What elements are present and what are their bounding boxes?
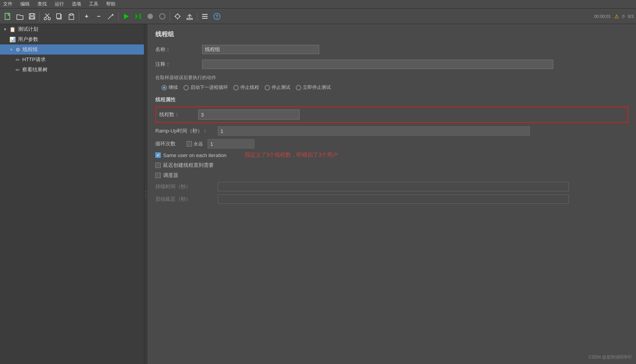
sidebar-item-thread-group[interactable]: ▼ ⚙ 线程组 xyxy=(0,44,144,55)
radio-next-loop-label: 启动下一进程循环 xyxy=(190,84,228,91)
copy-button[interactable] xyxy=(54,11,65,22)
on-error-label: 在取样器错误后要执行的动作 xyxy=(155,74,628,81)
duration-row: 持续时间（秒） xyxy=(155,182,628,191)
radio-next-loop[interactable]: 启动下一进程循环 xyxy=(183,84,228,91)
svg-rect-16 xyxy=(139,14,141,19)
name-row: 名称： xyxy=(155,44,628,55)
comment-label: 注释： xyxy=(155,61,202,68)
cut-button[interactable] xyxy=(42,11,53,22)
svg-point-7 xyxy=(48,18,50,20)
main-layout: ▼ 📋 测试计划 📊 用户参数 ▼ ⚙ 线程组 ✏ HTTP请求 ✏ 察看结果树… xyxy=(0,24,636,364)
menu-run[interactable]: 运行 xyxy=(53,0,66,8)
ramp-up-row: Ramp-Up时间（秒）： xyxy=(155,126,628,136)
panel-title: 线程组 xyxy=(155,30,628,39)
sep3 xyxy=(118,12,119,21)
loop-count-input[interactable] xyxy=(208,139,254,148)
radio-stop-test-dot xyxy=(265,85,270,90)
svg-rect-27 xyxy=(202,16,208,17)
scheduler-row[interactable]: 调度器 xyxy=(155,172,628,179)
test-plan-icon: 📋 xyxy=(9,27,16,32)
svg-point-19 xyxy=(176,14,179,18)
radio-stop-test-label: 停止测试 xyxy=(272,84,290,91)
menu-options[interactable]: 选项 xyxy=(70,0,83,8)
same-user-checkbox[interactable] xyxy=(155,152,161,158)
svg-text:?: ? xyxy=(215,14,218,19)
sep2 xyxy=(79,12,79,21)
delay-create-checkbox[interactable] xyxy=(155,163,161,168)
same-user-row[interactable]: Same user on each iteration 我定义了3个线程数，即模… xyxy=(155,152,628,159)
paste-button[interactable] xyxy=(66,11,77,22)
radio-stop-thread-dot xyxy=(233,85,239,90)
ramp-up-label: Ramp-Up时间（秒）： xyxy=(155,127,218,134)
circle-icon[interactable] xyxy=(145,11,156,22)
svg-rect-0 xyxy=(5,13,10,19)
sidebar-item-view-results[interactable]: ✏ 察看结果树 xyxy=(0,65,144,75)
name-label: 名称： xyxy=(155,46,202,53)
radio-group: 继续 启动下一进程循环 停止线程 停止测试 立即停止测试 xyxy=(155,84,628,91)
svg-rect-3 xyxy=(30,17,34,19)
menu-tools[interactable]: 工具 xyxy=(87,0,100,8)
run-button[interactable] xyxy=(121,11,131,22)
svg-rect-2 xyxy=(30,14,34,16)
loop-forever-checkbox[interactable] xyxy=(187,141,192,147)
test-plan-label: 测试计划 xyxy=(18,26,38,33)
start-button[interactable] xyxy=(133,11,144,22)
ramp-up-input[interactable] xyxy=(218,126,530,136)
open-button[interactable] xyxy=(14,11,25,22)
svg-marker-14 xyxy=(124,14,129,19)
startup-delay-input[interactable] xyxy=(218,194,569,204)
menu-help[interactable]: 帮助 xyxy=(105,0,117,8)
delay-create-row[interactable]: 延迟创建线程直到需要 xyxy=(155,162,628,169)
thread-count-input[interactable] xyxy=(198,110,300,120)
same-user-label: Same user on each iteration xyxy=(163,152,227,158)
thread-group-expand-icon: ▼ xyxy=(9,48,13,52)
warning-count: 0 xyxy=(622,14,625,19)
radio-continue[interactable]: 继续 xyxy=(162,84,178,91)
user-params-icon: 📊 xyxy=(9,37,16,42)
http-request-icon: ✏ xyxy=(16,57,20,63)
loop-forever-label: 永远 xyxy=(194,141,203,147)
circle2-icon[interactable] xyxy=(157,11,168,22)
view-results-icon: ✏ xyxy=(16,67,20,73)
sidebar-item-user-params[interactable]: 📊 用户参数 xyxy=(0,34,144,44)
error-count: 0/3 xyxy=(628,14,634,19)
duration-label: 持续时间（秒） xyxy=(155,183,218,190)
warning-icon: ⚠ xyxy=(614,13,619,19)
http-request-label: HTTP请求 xyxy=(22,56,46,63)
name-input[interactable] xyxy=(202,45,319,54)
sidebar: ▼ 📋 测试计划 📊 用户参数 ▼ ⚙ 线程组 ✏ HTTP请求 ✏ 察看结果树 xyxy=(0,24,144,364)
help-icon[interactable]: ? xyxy=(211,11,222,22)
radio-stop-now[interactable]: 立即停止测试 xyxy=(296,84,331,91)
scheduler-checkbox[interactable] xyxy=(155,173,161,178)
radio-next-loop-dot xyxy=(183,85,189,90)
splitter-handle[interactable]: ⋮ xyxy=(144,24,147,364)
menu-find[interactable]: 查找 xyxy=(36,0,48,8)
svg-marker-13 xyxy=(112,14,114,16)
tools-icon[interactable] xyxy=(172,11,183,22)
list-icon[interactable] xyxy=(199,11,210,22)
annotation-text: 我定义了3个线程数，即模拟了3个用户 xyxy=(245,152,338,159)
loop-count-row: 循环次数 永远 xyxy=(155,139,628,148)
menu-file[interactable]: 文件 xyxy=(2,0,14,8)
svg-point-6 xyxy=(44,18,46,20)
new-button[interactable] xyxy=(2,11,13,22)
startup-delay-row: 启动延迟（秒） xyxy=(155,194,628,204)
export-icon[interactable] xyxy=(184,11,195,22)
menu-edit[interactable]: 编辑 xyxy=(19,0,31,8)
add-button[interactable]: + xyxy=(81,11,92,22)
sep4 xyxy=(170,12,170,21)
timer-display: 00:00:01 xyxy=(594,14,611,19)
remove-button[interactable]: − xyxy=(93,11,104,22)
radio-stop-thread[interactable]: 停止线程 xyxy=(233,84,259,91)
duration-input[interactable] xyxy=(218,182,569,191)
sidebar-item-http-request[interactable]: ✏ HTTP请求 xyxy=(0,55,144,65)
sidebar-item-test-plan[interactable]: ▼ 📋 测试计划 xyxy=(0,24,144,34)
radio-stop-now-dot xyxy=(296,85,301,90)
thread-count-row: 线程数： xyxy=(155,106,628,123)
comment-input[interactable] xyxy=(202,60,553,69)
svg-rect-28 xyxy=(202,18,208,19)
menu-bar: 文件 编辑 查找 运行 选项 工具 帮助 xyxy=(0,0,636,9)
radio-stop-test[interactable]: 停止测试 xyxy=(265,84,290,91)
draw-button[interactable] xyxy=(105,11,116,22)
save-button[interactable] xyxy=(27,11,37,22)
